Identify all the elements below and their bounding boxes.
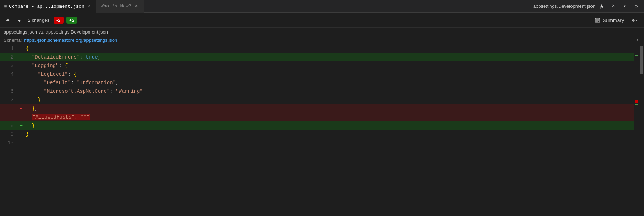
line-number: 4	[0, 70, 18, 79]
line-number: 6	[0, 87, 18, 96]
toolbar-right: Summary ⚙ ▾	[592, 16, 640, 25]
line-content: }	[24, 96, 644, 104]
token: ,	[35, 106, 38, 111]
line-number: 9	[0, 130, 18, 139]
removed-badge: -2	[54, 17, 64, 24]
tab-active-close[interactable]: ×	[86, 4, 92, 9]
line-number	[0, 113, 18, 121]
token: "Logging"	[32, 63, 59, 69]
minimap	[634, 44, 639, 213]
token: "DetailedErrors"	[32, 54, 80, 60]
nav-down-button[interactable]	[15, 16, 24, 25]
tab-inactive-label: What's New?	[101, 4, 131, 9]
title-bar: ⊞ Compare - ap...lopment.json × What's N…	[0, 0, 644, 13]
tab-split-icon: ⊞	[4, 4, 7, 9]
token: {	[26, 46, 29, 51]
diff-settings-button[interactable]: ⚙ ▾	[629, 16, 640, 25]
line-diff-indicator: -	[18, 104, 24, 113]
line-diff-indicator: -	[18, 113, 24, 121]
tab-inactive[interactable]: What's New? ×	[96, 0, 144, 13]
token: "Default"	[44, 80, 71, 86]
token: "LogLevel"	[38, 71, 68, 77]
line-content: },	[24, 104, 644, 113]
summary-label: Summary	[603, 17, 624, 23]
summary-button[interactable]: Summary	[592, 16, 627, 25]
code-line: 5 "Default": "Information",	[0, 79, 644, 87]
line-content: "DetailedErrors": true,	[24, 53, 644, 61]
token: }	[38, 97, 41, 103]
schema-bar: Schema: https://json.schemastore.org/app…	[0, 36, 644, 44]
token: true	[86, 54, 98, 60]
code-line: 3 "Logging": {	[0, 61, 644, 70]
nav-up-button[interactable]	[4, 16, 12, 25]
code-area[interactable]: 1{2+ "DetailedErrors": true,3 "Logging":…	[0, 44, 644, 213]
token	[26, 89, 44, 94]
token: :	[71, 80, 77, 86]
line-number: 8	[0, 121, 18, 130]
line-content: "LogLevel": {	[24, 70, 644, 79]
token	[26, 80, 44, 86]
close-editor-button[interactable]: ×	[608, 1, 618, 11]
scrollbar-thumb[interactable]	[640, 46, 643, 74]
line-diff-indicator: +	[18, 53, 24, 61]
token	[26, 106, 32, 111]
line-content: "Default": "Information",	[24, 79, 644, 87]
line-number: 7	[0, 96, 18, 104]
code-line: 6 "Microsoft.AspNetCore": "Warning"	[0, 87, 644, 96]
line-diff-indicator	[18, 139, 24, 147]
line-number: 10	[0, 139, 18, 147]
token: :	[68, 71, 74, 77]
line-diff-indicator	[18, 96, 24, 104]
token: "Microsoft.AspNetCore"	[44, 89, 110, 94]
toolbar: 2 changes -2 +2 Summary ⚙ ▾	[0, 13, 644, 28]
line-content: }	[24, 121, 644, 130]
diff-highlight: "AllowedHosts": "*"	[32, 114, 90, 120]
changes-label: 2 changes	[28, 17, 49, 23]
token: :	[110, 89, 116, 94]
scrollbar-track[interactable]	[639, 44, 644, 213]
gear-chevron-icon: ▾	[635, 18, 638, 22]
line-diff-indicator	[18, 61, 24, 70]
line-content: "Logging": {	[24, 61, 644, 70]
code-line: 1{	[0, 44, 644, 53]
token	[26, 123, 32, 129]
added-badge: +2	[66, 17, 78, 24]
line-content: "AllowedHosts": "*"	[24, 113, 644, 121]
code-line: - "AllowedHosts": "*"	[0, 113, 644, 121]
token: ,	[116, 80, 119, 86]
code-line: 10	[0, 139, 644, 147]
schema-url[interactable]: https://json.schemastore.org/appsettings…	[24, 37, 633, 43]
token	[26, 71, 38, 77]
minimap-added-indicator-2	[635, 104, 638, 105]
file-info: appsettings.json vs. appsettings.Develop…	[0, 28, 644, 36]
line-diff-indicator: +	[18, 121, 24, 130]
line-number: 2	[0, 53, 18, 61]
code-line: - },	[0, 104, 644, 113]
token: {	[65, 63, 68, 69]
line-number: 1	[0, 44, 18, 53]
token: }	[26, 131, 29, 137]
file-comparison-text: appsettings.json vs. appsettings.Develop…	[4, 29, 108, 35]
overflow-button[interactable]: ▾	[620, 1, 630, 11]
title-bar-right: appsettings.Development.json × ▾ ⚙	[533, 1, 644, 11]
code-line: 7 }	[0, 96, 644, 104]
minimap-added-indicator	[635, 55, 638, 56]
token	[26, 63, 32, 69]
line-diff-indicator	[18, 130, 24, 139]
tab-active-label: Compare - ap...lopment.json	[9, 4, 84, 9]
line-diff-indicator	[18, 87, 24, 96]
token	[26, 114, 32, 120]
tab-inactive-close[interactable]: ×	[134, 4, 139, 9]
line-content: {	[24, 44, 644, 53]
token: "Warning"	[116, 89, 143, 94]
pin-button[interactable]	[597, 1, 607, 11]
schema-dropdown[interactable]: ▾	[635, 37, 640, 43]
tab-active[interactable]: ⊞ Compare - ap...lopment.json ×	[0, 0, 96, 13]
line-diff-indicator	[18, 44, 24, 53]
settings-button[interactable]: ⚙	[631, 1, 641, 11]
minimap-removed-indicator	[635, 100, 638, 103]
token: {	[74, 71, 76, 77]
code-line: 4 "LogLevel": {	[0, 70, 644, 79]
line-number	[0, 104, 18, 113]
token: }	[32, 106, 35, 111]
